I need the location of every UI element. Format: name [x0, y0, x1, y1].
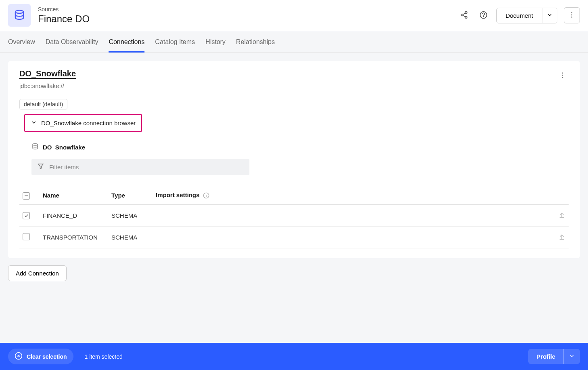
connection-card: DO_Snowflake jdbc:snowflake:// default (… [8, 61, 580, 258]
document-button[interactable]: Document [497, 8, 542, 23]
page-header: Sources Finance DO [0, 0, 588, 31]
chevron-down-icon [31, 119, 37, 127]
connection-browser-label: DO_Snowflake connection browser [41, 120, 136, 126]
breadcrumb[interactable]: Sources [38, 6, 90, 13]
items-table: Name Type Import settings [19, 186, 569, 248]
svg-point-7 [571, 14, 572, 15]
connection-browser-toggle[interactable]: DO_Snowflake connection browser [24, 114, 142, 132]
connection-title-link[interactable]: DO_Snowflake [19, 69, 76, 78]
filter-icon [37, 163, 44, 171]
row-type: SCHEMA [108, 205, 153, 227]
row-type: SCHEMA [108, 227, 153, 248]
tab-connections[interactable]: Connections [109, 31, 144, 53]
upload-icon[interactable] [558, 213, 565, 220]
row-name[interactable]: FINANCE_D [40, 205, 108, 227]
tabs-bar: OverviewData ObservabilityConnectionsCat… [0, 31, 588, 53]
connection-more-button[interactable] [557, 69, 569, 82]
tab-relationships[interactable]: Relationships [236, 31, 275, 53]
svg-point-1 [465, 11, 467, 13]
share-button[interactable] [458, 8, 471, 23]
row-import-settings [153, 205, 548, 227]
database-node[interactable]: DO_Snowflake [31, 143, 569, 151]
svg-point-11 [562, 77, 563, 78]
help-icon [479, 11, 488, 20]
tab-catalog-items[interactable]: Catalog Items [155, 31, 195, 53]
svg-point-8 [571, 17, 572, 17]
row-checkbox[interactable] [23, 212, 30, 219]
share-icon [460, 11, 468, 20]
chevron-down-icon [546, 12, 553, 19]
column-header-name[interactable]: Name [40, 186, 108, 205]
more-vertical-icon [559, 71, 566, 80]
svg-point-10 [562, 75, 563, 76]
table-row: TRANSPORTATIONSCHEMA [19, 227, 569, 248]
connection-url: jdbc:snowflake:// [19, 82, 64, 93]
info-icon [203, 192, 209, 199]
svg-point-0 [15, 11, 23, 14]
tab-history[interactable]: History [205, 31, 226, 53]
filter-box[interactable] [31, 159, 249, 175]
column-header-type[interactable]: Type [108, 186, 153, 205]
database-name: DO_Snowflake [43, 144, 85, 151]
table-row: FINANCE_DSCHEMA [19, 205, 569, 227]
tab-data-observability[interactable]: Data Observability [46, 31, 98, 53]
svg-point-5 [483, 16, 483, 17]
row-import-settings [153, 227, 548, 248]
page-title: Finance DO [38, 13, 90, 25]
svg-point-12 [33, 144, 38, 146]
svg-point-9 [562, 73, 563, 74]
add-connection-button[interactable]: Add Connection [8, 265, 67, 281]
tab-overview[interactable]: Overview [8, 31, 35, 53]
default-schema-tag[interactable]: default (default) [19, 99, 67, 109]
help-button[interactable] [477, 8, 490, 23]
document-button-group: Document [496, 8, 557, 23]
row-name[interactable]: TRANSPORTATION [40, 227, 108, 248]
svg-point-3 [465, 16, 467, 18]
svg-point-6 [571, 12, 572, 13]
upload-icon[interactable] [558, 235, 565, 242]
filter-input[interactable] [49, 164, 244, 170]
svg-point-2 [461, 14, 463, 16]
column-header-import[interactable]: Import settings [153, 186, 548, 205]
source-database-icon [8, 4, 31, 27]
document-dropdown-button[interactable] [542, 8, 557, 23]
row-checkbox[interactable] [23, 233, 30, 240]
more-vertical-icon [568, 11, 575, 20]
more-actions-button[interactable] [564, 7, 580, 23]
select-all-checkbox[interactable] [23, 192, 30, 200]
database-icon [31, 143, 39, 151]
